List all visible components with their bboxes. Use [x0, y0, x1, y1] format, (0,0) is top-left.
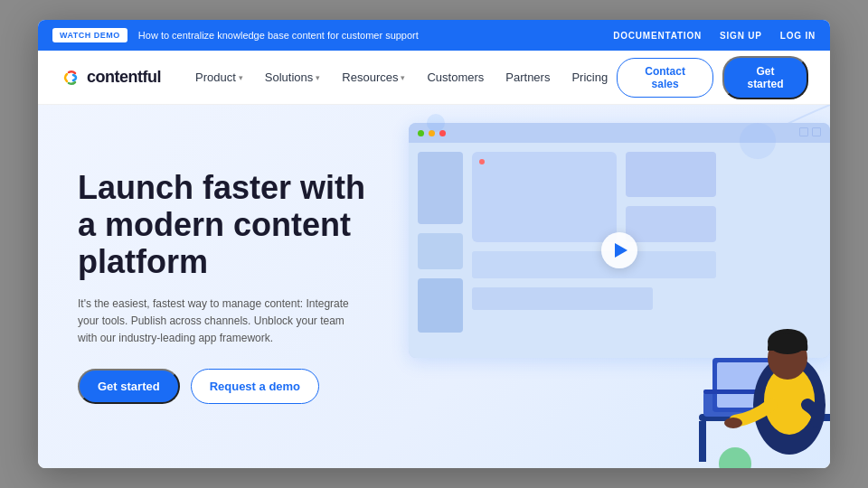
- deco-circle-1: [740, 123, 776, 159]
- dot-green-icon: [418, 130, 424, 136]
- svg-point-11: [724, 418, 742, 428]
- hero-buttons: Get started Request a demo: [78, 369, 371, 404]
- play-button[interactable]: [601, 232, 637, 268]
- logo[interactable]: contentful: [60, 67, 161, 89]
- customers-nav-item[interactable]: Customers: [418, 65, 493, 89]
- hero-section: Launch faster with a modern content plat…: [38, 105, 830, 468]
- pricing-nav-item[interactable]: Pricing: [562, 65, 617, 89]
- resources-chevron-icon: ▾: [401, 73, 405, 82]
- documentation-link[interactable]: DOCUMENTATION: [613, 31, 702, 41]
- hero-subtitle: It's the easiest, fastest way to manage …: [78, 296, 349, 348]
- svg-point-12: [719, 447, 751, 468]
- product-nav-item[interactable]: Product ▾: [186, 65, 252, 89]
- svg-rect-2: [699, 421, 706, 462]
- nav-actions: Contact sales Get started: [617, 56, 808, 99]
- play-icon: [615, 243, 627, 258]
- browser-window: WATCH DEMO How to centralize knowledge b…: [38, 20, 830, 468]
- resources-nav-item[interactable]: Resources ▾: [333, 65, 414, 89]
- hero-title: Launch faster with a modern content plat…: [78, 169, 371, 281]
- deco-circle-2: [427, 114, 445, 132]
- solutions-nav-item[interactable]: Solutions ▾: [256, 65, 329, 89]
- signup-link[interactable]: SIGN UP: [720, 31, 762, 41]
- get-started-nav-button[interactable]: Get started: [722, 56, 808, 99]
- hero-right: [400, 105, 830, 468]
- top-bar-message: How to centralize knowledge base content…: [138, 30, 602, 41]
- hero-left: Launch faster with a modern content plat…: [38, 105, 400, 468]
- product-chevron-icon: ▾: [239, 73, 243, 82]
- person-illustration: [645, 224, 830, 468]
- partners-nav-label: Partners: [505, 70, 550, 84]
- logo-icon: [60, 67, 81, 89]
- partners-nav-item[interactable]: Partners: [496, 65, 559, 89]
- get-started-hero-button[interactable]: Get started: [78, 369, 180, 404]
- solutions-chevron-icon: ▾: [316, 73, 320, 82]
- navbar: contentful Product ▾ Solutions ▾ Resourc…: [38, 51, 830, 105]
- request-demo-button[interactable]: Request a demo: [191, 369, 319, 404]
- top-bar: WATCH DEMO How to centralize knowledge b…: [38, 20, 830, 51]
- customers-nav-label: Customers: [427, 70, 484, 84]
- resources-nav-label: Resources: [342, 70, 398, 84]
- login-link[interactable]: LOG IN: [780, 31, 816, 41]
- contact-sales-button[interactable]: Contact sales: [617, 58, 713, 98]
- product-nav-label: Product: [195, 70, 236, 84]
- watch-demo-button[interactable]: WATCH DEMO: [52, 28, 127, 42]
- pricing-nav-label: Pricing: [571, 70, 608, 84]
- solutions-nav-label: Solutions: [265, 70, 313, 84]
- top-bar-links: DOCUMENTATION SIGN UP LOG IN: [613, 31, 816, 41]
- nav-links: Product ▾ Solutions ▾ Resources ▾ Custom…: [186, 65, 617, 89]
- logo-text: contentful: [87, 68, 161, 87]
